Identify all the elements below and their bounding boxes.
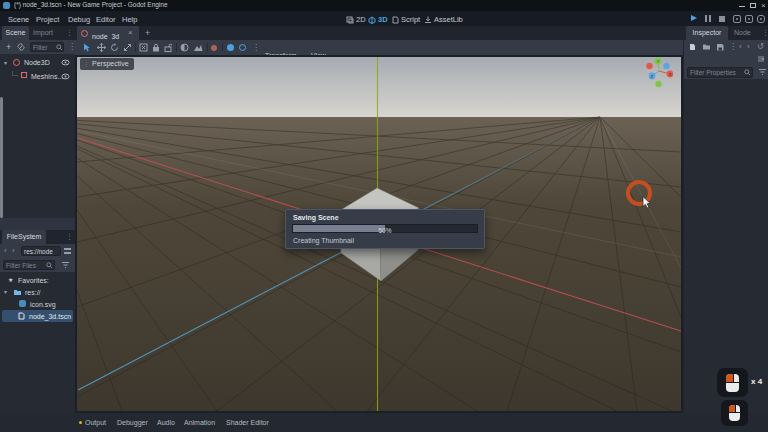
- history-forward-icon[interactable]: ›: [747, 43, 750, 51]
- filesystem-path-input[interactable]: [21, 246, 61, 256]
- inspector-menu-icon[interactable]: ⋮: [762, 26, 768, 40]
- 3d-icon: [368, 16, 376, 24]
- tree-branch-line: [12, 71, 18, 76]
- resource-menu-icon[interactable]: ⋮: [729, 43, 737, 51]
- tab-assetlib[interactable]: AssetLib: [424, 15, 463, 24]
- menu-debug[interactable]: Debug: [68, 15, 90, 24]
- load-folder-icon[interactable]: [702, 43, 711, 50]
- expand-icon[interactable]: ▾: [4, 59, 7, 66]
- tab-import[interactable]: Import: [33, 26, 53, 40]
- list-select-icon[interactable]: [139, 43, 148, 52]
- camera-preview-icon[interactable]: [211, 45, 217, 51]
- script-icon: [392, 16, 399, 24]
- new-scene-tab-icon[interactable]: +: [145, 29, 150, 37]
- inspector-dock: Inspector Node ⋮ ⋮ ‹ › ↺: [683, 26, 768, 413]
- tab-filesystem[interactable]: FileSystem: [2, 230, 46, 244]
- object-properties-icon[interactable]: [757, 55, 765, 63]
- scene-file-icon: [18, 312, 25, 320]
- tree-row-node3d[interactable]: ▾ Node3D: [0, 56, 75, 69]
- movie-camera-icon[interactable]: [745, 15, 753, 23]
- tab-script[interactable]: Script: [392, 15, 420, 24]
- tab-node[interactable]: Node: [734, 26, 751, 40]
- image-file-icon: [19, 300, 26, 307]
- tab-2d[interactable]: 2D: [346, 15, 366, 24]
- local-space-icon[interactable]: [180, 43, 189, 52]
- visibility-eye-icon[interactable]: [61, 73, 70, 80]
- stop-button[interactable]: [719, 16, 725, 22]
- visibility-eye-icon[interactable]: [61, 59, 70, 66]
- add-node-icon[interactable]: +: [6, 43, 11, 51]
- svg-text:Y: Y: [657, 59, 660, 64]
- maximize-button[interactable]: [750, 3, 756, 8]
- history-back-icon[interactable]: ‹: [4, 247, 7, 255]
- history-back-icon[interactable]: ‹: [739, 43, 742, 51]
- close-button[interactable]: ×: [761, 2, 766, 9]
- minimize-button[interactable]: [739, 6, 745, 7]
- folder-icon: [13, 288, 22, 296]
- select-tool-icon[interactable]: [83, 43, 91, 52]
- scene-file-tab[interactable]: node_3d ×: [77, 26, 139, 40]
- instance-scene-link-icon[interactable]: [17, 43, 26, 52]
- filesystem-menu-icon[interactable]: ⋮: [66, 230, 73, 244]
- scale-tool-icon[interactable]: [123, 43, 132, 52]
- file-row-icon-svg[interactable]: icon.svg: [0, 298, 75, 310]
- tab-3d[interactable]: 3D: [368, 15, 388, 24]
- separator: [207, 43, 208, 52]
- axis-ball-neg-x: [646, 63, 652, 69]
- menu-help[interactable]: Help: [122, 15, 137, 24]
- res-root-row[interactable]: ▾ res://: [0, 286, 75, 298]
- assetlib-download-icon: [424, 16, 432, 24]
- pause-button[interactable]: [705, 15, 711, 22]
- remote-debug-icon[interactable]: [757, 15, 765, 23]
- scene-dock-scrollbar[interactable]: [0, 97, 3, 218]
- tab-inspector[interactable]: Inspector: [686, 26, 728, 40]
- bottom-tab-shader-editor[interactable]: Shader Editor: [226, 419, 269, 426]
- file-label: icon.svg: [30, 301, 56, 308]
- play-button[interactable]: [691, 15, 697, 21]
- bottom-tab-debugger[interactable]: Debugger: [117, 419, 148, 426]
- save-icon[interactable]: [716, 43, 724, 51]
- spatial-toolbar: ⋮ Transform View: [75, 40, 683, 55]
- snap-icon[interactable]: [193, 43, 203, 52]
- search-icon: [46, 262, 53, 269]
- lock-icon[interactable]: [152, 43, 160, 52]
- tree-row-meshinstance[interactable]: MeshIns...: [0, 69, 75, 82]
- tab-scene[interactable]: Scene: [2, 26, 29, 40]
- bottom-tab-audio[interactable]: Audio: [157, 419, 175, 426]
- sort-filter-icon[interactable]: [758, 68, 767, 76]
- unlock-icon[interactable]: [164, 43, 172, 52]
- move-tool-icon[interactable]: [97, 43, 106, 52]
- titlebar: (*) node_3d.tscn - New Game Project - Go…: [0, 0, 768, 11]
- perspective-menu[interactable]: ⋮ Perspective: [80, 58, 134, 70]
- 2d-icon: [346, 16, 354, 24]
- movie-maker-icon[interactable]: [733, 15, 741, 23]
- file-row-node-3d-tscn[interactable]: node_3d.tscn: [2, 310, 73, 322]
- split-mode-icon[interactable]: [64, 248, 71, 250]
- menu-scene[interactable]: Scene: [8, 15, 29, 24]
- scene-dock-menu-icon[interactable]: ⋮: [66, 26, 73, 40]
- environment-toggle-icon[interactable]: [239, 44, 246, 51]
- menu-project[interactable]: Project: [36, 15, 59, 24]
- saving-scene-dialog: Saving Scene 50% Creating Thumbnail: [285, 209, 485, 249]
- bottom-tab-animation[interactable]: Animation: [184, 419, 215, 426]
- search-icon: [56, 44, 63, 51]
- history-list-icon[interactable]: ↺: [757, 43, 764, 51]
- new-resource-icon[interactable]: [689, 43, 696, 51]
- menu-editor[interactable]: Editor: [96, 15, 116, 24]
- bottom-tab-output[interactable]: Output: [85, 419, 106, 426]
- close-tab-icon[interactable]: ×: [128, 29, 133, 37]
- history-forward-icon[interactable]: ›: [12, 247, 15, 255]
- expand-icon[interactable]: ▾: [4, 288, 7, 295]
- favorites-row[interactable]: ★ Favorites:: [0, 274, 75, 286]
- bottom-panel-bar: Output Debugger Audio Animation Shader E…: [0, 413, 768, 432]
- view-options-icon[interactable]: ⋮: [252, 44, 260, 52]
- window-title: (*) node_3d.tscn - New Game Project - Go…: [14, 2, 168, 9]
- search-icon: [744, 69, 751, 76]
- axis-navigation-gizmo[interactable]: Y Z X: [645, 57, 673, 87]
- grip-dots-icon: ⋮: [83, 61, 89, 67]
- sun-toggle-icon[interactable]: [227, 44, 234, 51]
- rotate-tool-icon[interactable]: [110, 43, 119, 52]
- node-label: MeshIns...: [31, 73, 63, 80]
- favorites-label: Favorites:: [18, 277, 49, 284]
- sort-filter-icon[interactable]: [61, 261, 70, 269]
